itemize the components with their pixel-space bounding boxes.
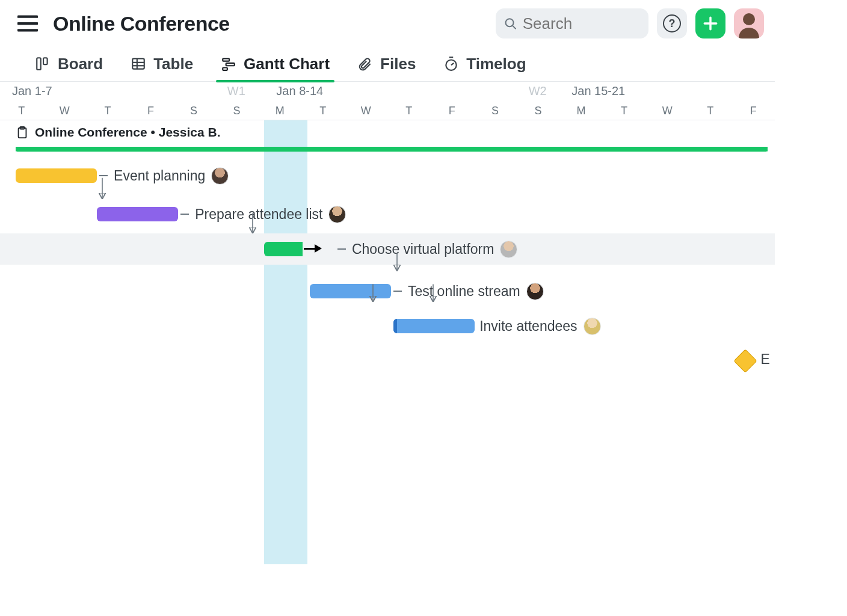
svg-rect-9 xyxy=(223,58,229,61)
page-title: Online Conference xyxy=(53,12,230,35)
paperclip-icon xyxy=(357,56,373,72)
day-cell: W xyxy=(645,105,689,117)
week-label: W1 xyxy=(227,84,245,98)
day-cell: S xyxy=(517,105,560,117)
tab-timelog[interactable]: Timelog xyxy=(441,46,528,81)
day-cell: F xyxy=(732,105,775,117)
gantt-body[interactable]: Online Conference • Jessica B. Event pla… xyxy=(0,120,775,564)
task-row-choose-platform: Choose virtual platform xyxy=(0,233,775,265)
tab-label: Files xyxy=(380,55,416,73)
search-box[interactable] xyxy=(496,8,648,38)
task-bar-event-planning[interactable] xyxy=(16,168,97,183)
day-cell: S xyxy=(473,105,517,117)
range-label: Jan 8-14 xyxy=(276,84,323,98)
search-input[interactable] xyxy=(523,14,640,33)
milestone-label: E xyxy=(761,351,770,368)
tab-label: Gantt Chart xyxy=(244,55,330,73)
assignee-avatar[interactable] xyxy=(500,241,517,258)
task-row-prepare-list: Prepare attendee list xyxy=(0,195,775,233)
svg-rect-10 xyxy=(226,63,235,66)
assignee-avatar[interactable] xyxy=(211,167,229,185)
tab-files[interactable]: Files xyxy=(355,46,418,81)
search-icon xyxy=(504,16,517,31)
day-cell: T xyxy=(689,105,732,117)
task-label[interactable]: Prepare attendee list xyxy=(195,206,322,223)
plus-icon xyxy=(703,16,718,31)
range-label: Jan 15-21 xyxy=(571,84,625,98)
task-bar-invite[interactable] xyxy=(393,319,475,333)
task-label[interactable]: Invite attendees xyxy=(479,318,577,334)
day-cell: M xyxy=(258,105,301,117)
view-tabs: Board Table Gantt Chart Files Timelog xyxy=(0,47,775,82)
table-icon xyxy=(131,56,146,72)
timeline-days-row: T W T F S S M T W T F S S M T W T F xyxy=(0,101,775,120)
connector-tick xyxy=(99,175,108,176)
avatar-icon xyxy=(734,8,764,38)
milestone-row: E xyxy=(0,343,775,381)
project-summary-row[interactable]: Online Conference • Jessica B. xyxy=(0,120,775,156)
task-bar-choose-platform[interactable] xyxy=(264,242,303,256)
day-cell: F xyxy=(129,105,173,117)
board-icon xyxy=(35,56,51,72)
project-title: Online Conference • Jessica B. xyxy=(35,125,220,140)
svg-rect-5 xyxy=(132,58,144,69)
svg-line-13 xyxy=(451,63,454,65)
day-cell: T xyxy=(301,105,345,117)
task-bar-test-stream[interactable] xyxy=(310,284,391,298)
connector-tick xyxy=(393,291,402,292)
tab-board[interactable]: Board xyxy=(32,46,105,81)
svg-line-1 xyxy=(513,26,516,29)
week-label: W2 xyxy=(529,84,547,98)
app-header: Online Conference ? xyxy=(0,0,775,47)
task-label[interactable]: Event planning xyxy=(114,168,205,184)
timeline-range-row: Jan 1-7 W1 Jan 8-14 W2 Jan 15-21 xyxy=(0,82,775,101)
milestone-diamond[interactable] xyxy=(733,349,757,373)
svg-rect-3 xyxy=(37,58,41,70)
day-cell: W xyxy=(344,105,387,117)
project-summary-bar[interactable] xyxy=(16,147,768,152)
task-label[interactable]: Test online stream xyxy=(408,283,520,300)
stopwatch-icon xyxy=(443,56,459,72)
profile-avatar[interactable] xyxy=(734,8,764,38)
day-cell: T xyxy=(86,105,129,117)
day-cell: T xyxy=(0,105,43,117)
header-actions: ? xyxy=(496,8,764,38)
tab-label: Table xyxy=(153,55,193,73)
day-cell: F xyxy=(431,105,474,117)
svg-rect-4 xyxy=(43,58,48,64)
task-label[interactable]: Choose virtual platform xyxy=(352,241,494,257)
add-button[interactable] xyxy=(695,8,725,38)
day-cell: S xyxy=(215,105,259,117)
connector-tick xyxy=(180,214,189,215)
help-button[interactable]: ? xyxy=(657,8,687,38)
task-row-event-planning: Event planning xyxy=(0,156,775,195)
task-row-invite: Invite attendees xyxy=(0,307,775,345)
range-label: Jan 1-7 xyxy=(12,84,52,98)
menu-button[interactable] xyxy=(11,7,45,40)
gantt-timeline: Jan 1-7 W1 Jan 8-14 W2 Jan 15-21 T W T F… xyxy=(0,82,775,564)
tab-table[interactable]: Table xyxy=(128,46,196,81)
assignee-avatar[interactable] xyxy=(584,318,601,335)
svg-rect-11 xyxy=(223,68,227,70)
svg-point-12 xyxy=(446,60,457,70)
svg-point-2 xyxy=(743,13,755,25)
gantt-icon xyxy=(221,56,236,72)
day-cell: T xyxy=(603,105,646,117)
day-cell: S xyxy=(172,105,215,117)
task-bar-prepare-list[interactable] xyxy=(97,207,178,221)
help-icon: ? xyxy=(663,14,681,32)
drag-handle-icon[interactable] xyxy=(304,244,322,253)
tab-label: Board xyxy=(58,55,103,73)
day-cell: W xyxy=(43,105,87,117)
day-cell: M xyxy=(559,105,603,117)
day-cell: T xyxy=(387,105,431,117)
tab-label: Timelog xyxy=(466,55,526,73)
connector-tick xyxy=(337,248,346,250)
assignee-avatar[interactable] xyxy=(328,206,346,223)
clipboard-icon xyxy=(16,125,29,140)
hamburger-icon xyxy=(17,15,38,32)
task-row-test-stream: Test online stream xyxy=(0,272,775,310)
assignee-avatar[interactable] xyxy=(526,283,544,300)
tab-gantt-chart[interactable]: Gantt Chart xyxy=(218,46,332,81)
